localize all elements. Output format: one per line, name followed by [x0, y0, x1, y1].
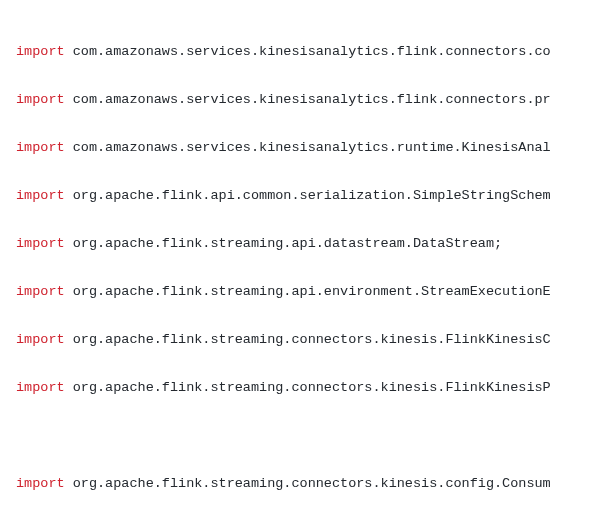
keyword-import: import [16, 380, 65, 395]
import-line: import com.amazonaws.services.kinesisana… [16, 136, 615, 160]
import-line: import org.apache.flink.streaming.connec… [16, 328, 615, 352]
import-path: org.apache.flink.streaming.connectors.ki… [73, 380, 551, 395]
import-line: import org.apache.flink.streaming.api.en… [16, 280, 615, 304]
import-path: org.apache.flink.api.common.serializatio… [73, 188, 551, 203]
import-path: com.amazonaws.services.kinesisanalytics.… [73, 92, 551, 107]
import-line: import org.apache.flink.api.common.seria… [16, 184, 615, 208]
import-path: org.apache.flink.streaming.connectors.ki… [73, 476, 551, 491]
keyword-import: import [16, 476, 65, 491]
import-line: import org.apache.flink.streaming.connec… [16, 472, 615, 496]
keyword-import: import [16, 236, 65, 251]
keyword-import: import [16, 44, 65, 59]
keyword-import: import [16, 332, 65, 347]
keyword-import: import [16, 140, 65, 155]
import-path: com.amazonaws.services.kinesisanalytics.… [73, 44, 551, 59]
blank-line [16, 424, 615, 448]
import-path: com.amazonaws.services.kinesisanalytics.… [73, 140, 551, 155]
code-block: import com.amazonaws.services.kinesisana… [0, 0, 615, 518]
import-line: import org.apache.flink.streaming.api.da… [16, 232, 615, 256]
import-line: import org.apache.flink.streaming.connec… [16, 376, 615, 400]
import-path: org.apache.flink.streaming.connectors.ki… [73, 332, 551, 347]
keyword-import: import [16, 92, 65, 107]
import-path: org.apache.flink.streaming.api.datastrea… [73, 236, 502, 251]
keyword-import: import [16, 188, 65, 203]
import-line: import com.amazonaws.services.kinesisana… [16, 40, 615, 64]
keyword-import: import [16, 284, 65, 299]
import-path: org.apache.flink.streaming.api.environme… [73, 284, 551, 299]
import-line: import com.amazonaws.services.kinesisana… [16, 88, 615, 112]
